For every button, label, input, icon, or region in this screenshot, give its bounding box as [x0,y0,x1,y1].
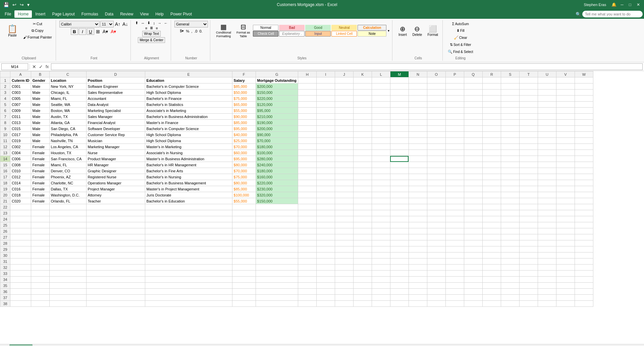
cell-Q10[interactable] [464,132,482,138]
align-right-button[interactable]: ≡ [155,26,159,30]
cell-F5[interactable]: $65,000 [232,102,256,108]
cell-I10[interactable] [316,132,335,138]
cell-G13[interactable]: $100,000 [256,150,298,156]
cell-D22[interactable] [86,204,145,210]
cell-H23[interactable] [298,210,316,216]
cell-N28[interactable] [409,240,427,246]
cell-E38[interactable] [145,301,232,307]
cell-V10[interactable] [556,132,575,138]
cell-F21[interactable]: $55,000 [232,198,256,204]
ribbon-display-icon[interactable]: 🔔 [611,2,616,7]
cell-W24[interactable] [575,216,593,222]
cell-G21[interactable]: $150,000 [256,198,298,204]
cell-F19[interactable]: $85,000 [232,186,256,192]
cell-R27[interactable] [482,234,501,240]
cell-Q32[interactable] [464,265,482,271]
cell-S8[interactable] [501,120,519,126]
cell-T35[interactable] [519,283,538,289]
cell-V17[interactable] [556,174,575,180]
cell-Q1[interactable] [464,77,482,83]
align-left-button[interactable]: ≡ [144,26,148,30]
cell-J35[interactable] [335,283,353,289]
delete-button[interactable]: ⊖ Delete [410,21,424,40]
cell-D2[interactable]: Software Engineer [86,83,145,90]
cell-S3[interactable] [501,90,519,96]
cell-H35[interactable] [298,283,316,289]
cell-V15[interactable] [556,162,575,168]
cell-N3[interactable] [409,90,427,96]
cell-G17[interactable]: $160,000 [256,174,298,180]
cell-A8[interactable]: C013 [10,120,31,126]
cell-K16[interactable] [353,168,372,174]
cell-G6[interactable]: $95,000 [256,108,298,114]
cell-B13[interactable]: Female [31,150,49,156]
cell-V20[interactable] [556,192,575,198]
row-header-32[interactable]: 32 [0,265,10,271]
menu-insert[interactable]: Insert [32,10,49,18]
cell-C8[interactable]: Atlanta, GA [49,120,86,126]
cell-D18[interactable]: Operations Manager [86,180,145,186]
cell-V37[interactable] [556,295,575,301]
cell-P32[interactable] [445,265,464,271]
cell-O5[interactable] [427,102,445,108]
cell-J17[interactable] [335,174,353,180]
cell-P5[interactable] [445,102,464,108]
cell-U30[interactable] [538,252,556,258]
cell-A18[interactable]: C014 [10,180,31,186]
cell-D30[interactable] [86,252,145,258]
cell-E15[interactable]: Bachelor's in HR Management [145,162,232,168]
cell-D1[interactable]: Position [86,77,145,83]
cell-M12[interactable] [390,144,409,150]
cell-N36[interactable] [409,289,427,295]
cell-H17[interactable] [298,174,316,180]
cell-K5[interactable] [353,102,372,108]
cell-W28[interactable] [575,240,593,246]
cell-W2[interactable] [575,83,593,90]
cell-G1[interactable]: Mortgage Outstanding [256,77,298,83]
cell-D8[interactable]: Financial Analyst [86,120,145,126]
cell-Q25[interactable] [464,222,482,228]
cell-M17[interactable] [390,174,409,180]
window-controls[interactable]: Stephen Eras 🔔 ─ □ ✕ [584,2,641,7]
cell-I14[interactable] [316,156,335,162]
cell-R19[interactable] [482,186,501,192]
cell-B30[interactable] [31,252,49,258]
cell-N9[interactable] [409,126,427,132]
cell-E7[interactable]: Bachelor's in Business Administration [145,114,232,120]
cell-V31[interactable] [556,258,575,265]
cell-W13[interactable] [575,150,593,156]
cell-T29[interactable] [519,246,538,252]
cell-T37[interactable] [519,295,538,301]
cell-J37[interactable] [335,295,353,301]
cell-R8[interactable] [482,120,501,126]
cell-O23[interactable] [427,210,445,216]
cell-J29[interactable] [335,246,353,252]
cell-G26[interactable] [256,228,298,234]
cell-H19[interactable] [298,186,316,192]
cell-P31[interactable] [445,258,464,265]
cell-K3[interactable] [353,90,372,96]
cell-S22[interactable] [501,204,519,210]
cell-I30[interactable] [316,252,335,258]
cell-Q29[interactable] [464,246,482,252]
cell-O17[interactable] [427,174,445,180]
cell-H11[interactable] [298,138,316,144]
minimize-button[interactable]: ─ [619,2,625,7]
cell-G11[interactable]: $70,000 [256,138,298,144]
cell-H16[interactable] [298,168,316,174]
cell-A24[interactable] [10,216,31,222]
cell-B2[interactable]: Male [31,83,49,90]
cell-Q36[interactable] [464,289,482,295]
cell-B38[interactable] [31,301,49,307]
cell-O20[interactable] [427,192,445,198]
cell-K7[interactable] [353,114,372,120]
cell-U35[interactable] [538,283,556,289]
cell-K12[interactable] [353,144,372,150]
cell-F32[interactable] [232,265,256,271]
cell-B26[interactable] [31,228,49,234]
cell-W7[interactable] [575,114,593,120]
col-header-T[interactable]: T [519,71,538,77]
cell-B25[interactable] [31,222,49,228]
cell-I4[interactable] [316,96,335,102]
cell-W32[interactable] [575,265,593,271]
